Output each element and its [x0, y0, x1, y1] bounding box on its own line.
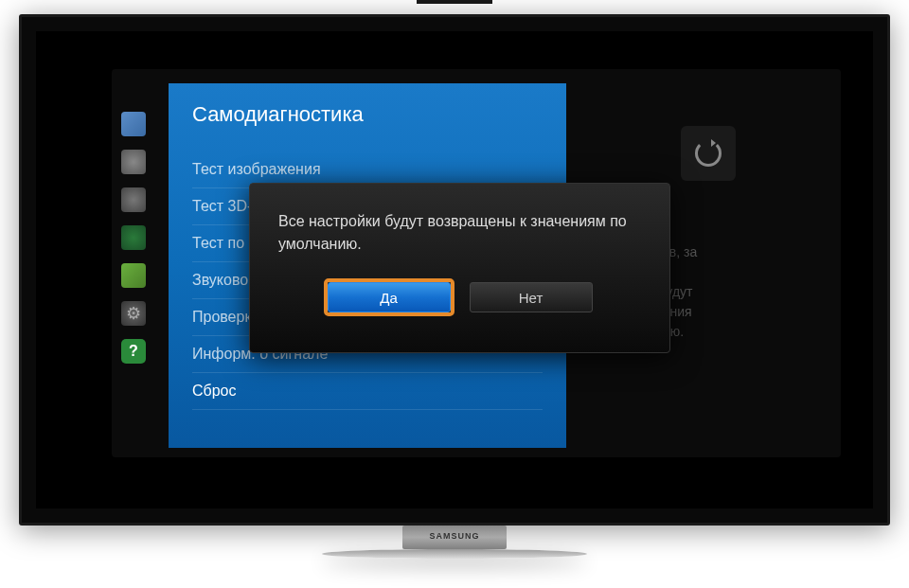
no-button-label: Нет	[519, 290, 544, 306]
tv-stand: SAMSUNG	[322, 526, 587, 568]
tv-screen: ⚙ ? Самодиагностика Тест изображения Тес…	[36, 31, 873, 508]
sidebar-network-icon[interactable]	[121, 225, 146, 250]
sidebar-system-icon[interactable]: ⚙	[121, 301, 146, 326]
tv-base	[322, 549, 587, 559]
dialog-buttons: Да Нет	[278, 282, 641, 312]
sidebar-smart-icon[interactable]	[121, 263, 146, 288]
tv-camera	[417, 0, 492, 4]
panel-title: Самодиагностика	[192, 102, 543, 127]
tv-frame: ⚙ ? Самодиагностика Тест изображения Тес…	[19, 14, 890, 526]
yes-button[interactable]: Да	[328, 282, 451, 312]
sidebar: ⚙ ?	[121, 112, 150, 377]
confirm-dialog: Все настройки будут возвращены к значени…	[249, 183, 670, 353]
tv-brand-logo: SAMSUNG	[429, 531, 479, 541]
gear-icon: ⚙	[126, 303, 141, 324]
tv-neck: SAMSUNG	[402, 526, 507, 549]
yes-button-label: Да	[380, 290, 398, 306]
sidebar-support-icon[interactable]: ?	[121, 339, 146, 364]
sidebar-picture-icon[interactable]	[121, 112, 146, 136]
no-button[interactable]: Нет	[470, 282, 593, 312]
menu-item-reset[interactable]: Сброс	[192, 373, 543, 410]
refresh-icon-box	[681, 126, 736, 181]
refresh-icon	[695, 140, 722, 167]
question-icon: ?	[129, 343, 138, 360]
dialog-message: Все настройки будут возвращены к значени…	[278, 210, 641, 256]
sidebar-sound-icon[interactable]	[121, 150, 146, 174]
sidebar-channel-icon[interactable]	[121, 187, 146, 212]
